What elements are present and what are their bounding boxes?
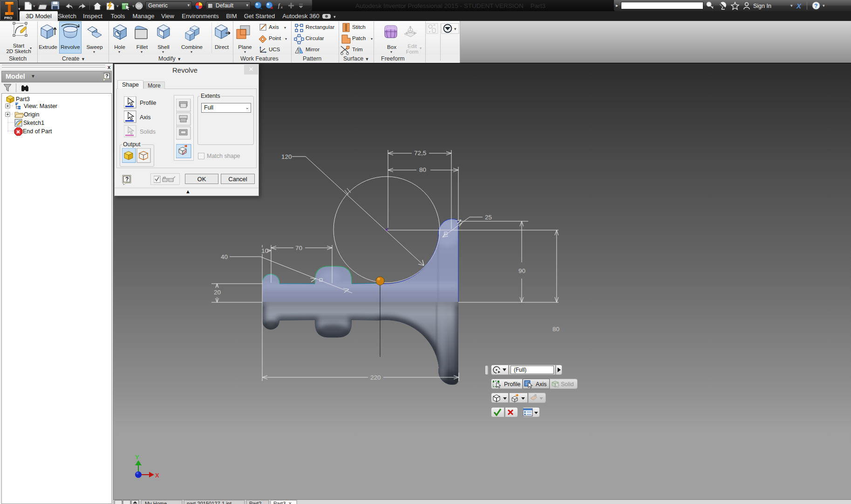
svg-text:90: 90 [518, 267, 525, 274]
svg-text:My Home: My Home [145, 501, 167, 504]
svg-text:PRO: PRO [4, 16, 12, 20]
svg-text:80: 80 [419, 166, 426, 173]
svg-text:X: X [155, 472, 159, 479]
svg-text:End of Part: End of Part [23, 128, 52, 135]
svg-text:Origin: Origin [24, 111, 39, 118]
svg-text:Y: Y [135, 454, 139, 461]
svg-text:70: 70 [295, 245, 302, 252]
svg-text:?: ? [125, 176, 129, 183]
svg-text:120: 120 [281, 153, 292, 160]
svg-text:Sketch1: Sketch1 [23, 120, 44, 126]
svg-text:?: ? [105, 73, 109, 79]
svg-text:Part2: Part2 [249, 501, 261, 504]
svg-text:Profile: Profile [504, 381, 520, 388]
svg-text:part-20150127-1.ipt: part-20150127-1.ipt [187, 501, 231, 504]
svg-text:Solid: Solid [561, 381, 574, 388]
svg-text:✕: ✕ [288, 501, 292, 504]
svg-text:72,5: 72,5 [414, 150, 426, 157]
svg-text:20: 20 [214, 289, 221, 296]
svg-text:80: 80 [552, 326, 559, 333]
svg-text:View: Master: View: Master [24, 103, 57, 109]
svg-text:Part3: Part3 [16, 96, 30, 102]
svg-text:220: 220 [370, 374, 381, 381]
svg-text:10: 10 [261, 247, 268, 254]
svg-text:Part3: Part3 [273, 501, 286, 504]
svg-text:25: 25 [485, 214, 492, 221]
svg-text:Axis: Axis [536, 381, 547, 388]
svg-text:40: 40 [221, 253, 228, 260]
